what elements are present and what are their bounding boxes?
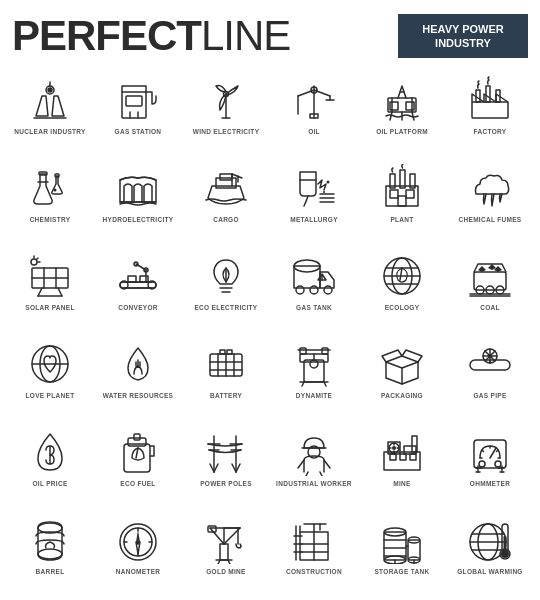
coal-label: COAL — [480, 304, 500, 312]
title-thin: LINE — [201, 12, 290, 59]
svg-rect-18 — [406, 102, 414, 110]
barrel-label: BARREL — [36, 568, 65, 576]
icon-cell-storage-tank: STORAGE TANK — [358, 508, 446, 596]
svg-rect-57 — [120, 282, 156, 288]
svg-point-159 — [479, 461, 485, 467]
svg-line-137 — [306, 472, 308, 476]
icon-cell-packaging: PACKAGING — [358, 332, 446, 420]
icon-cell-ecology: ECOLOGY — [358, 244, 446, 332]
wind-electricity-label: WIND ELECTRICITY — [193, 128, 260, 136]
nanometer-label: NANOMETER — [116, 568, 161, 576]
title-bold: PERFECT — [12, 12, 201, 59]
icon-cell-water: WATER RESOURCES — [94, 332, 182, 420]
icon-grid: NUCLEAR INDUSTRY GAS STATION — [0, 68, 540, 596]
svg-rect-20 — [476, 90, 480, 102]
icon-cell-metallurgy: METALLURGY — [270, 156, 358, 244]
svg-rect-149 — [390, 454, 396, 460]
icon-cell-ohmmeter: OHMMETER — [446, 420, 534, 508]
global-warming-label: GLOBAL WARMING — [457, 568, 522, 576]
icon-cell-oil: OIL — [270, 68, 358, 156]
svg-rect-105 — [300, 348, 306, 354]
battery-icon — [200, 338, 252, 390]
gold-mine-label: GOLD MINE — [206, 568, 246, 576]
dynamite-icon — [288, 338, 340, 390]
icon-cell-factory: FACTORY — [446, 68, 534, 156]
dynamite-label: DYNAMITE — [296, 392, 332, 400]
oil-label: OIL — [308, 128, 320, 136]
gas-station-icon — [112, 74, 164, 126]
svg-line-153 — [490, 448, 496, 458]
icon-cell-love-planet: LOVE PLANET — [6, 332, 94, 420]
svg-rect-120 — [128, 438, 146, 446]
svg-rect-100 — [304, 360, 324, 382]
chemical-fumes-label: CHEMICAL FUMES — [459, 216, 522, 224]
gold-mine-icon — [200, 514, 252, 566]
svg-line-182 — [210, 528, 224, 544]
ohmmeter-label: OHMMETER — [470, 480, 510, 488]
svg-point-35 — [323, 191, 325, 193]
coal-icon — [464, 250, 516, 302]
svg-line-138 — [320, 472, 322, 476]
svg-rect-29 — [220, 174, 232, 180]
icon-cell-industrial-worker: INDUSTRIAL WORKER — [270, 420, 358, 508]
conveyor-label: CONVEYOR — [118, 304, 158, 312]
gas-tank-label: GAS TANK — [296, 304, 332, 312]
header: PERFECTLINE HEAVY POWERINDUSTRY — [0, 0, 540, 68]
icon-cell-conveyor: CONVEYOR — [94, 244, 182, 332]
eco-electricity-icon — [200, 250, 252, 302]
svg-point-160 — [495, 461, 501, 467]
svg-rect-42 — [398, 196, 406, 206]
icon-cell-hydro: HYDROELECTRICITY — [94, 156, 182, 244]
global-warming-icon — [464, 514, 516, 566]
svg-rect-41 — [406, 190, 414, 198]
conveyor-icon — [112, 250, 164, 302]
packaging-icon — [376, 338, 428, 390]
svg-point-34 — [327, 181, 330, 184]
icon-cell-oil-price: OIL PRICE — [6, 420, 94, 508]
svg-point-171 — [136, 540, 140, 544]
svg-line-82 — [400, 268, 402, 280]
construction-icon — [288, 514, 340, 566]
industrial-worker-label: INDUSTRIAL WORKER — [276, 480, 352, 488]
svg-point-116 — [488, 354, 492, 358]
svg-rect-67 — [140, 276, 148, 282]
love-planet-icon — [24, 338, 76, 390]
icon-cell-eco-electricity: ECO ELECTRICITY — [182, 244, 270, 332]
mine-icon — [376, 426, 428, 478]
metallurgy-icon — [288, 162, 340, 214]
svg-line-13 — [390, 112, 392, 120]
svg-point-168 — [38, 549, 62, 559]
packaging-label: PACKAGING — [381, 392, 423, 400]
icon-cell-plant: PLANT — [358, 156, 446, 244]
power-poles-icon — [200, 426, 252, 478]
svg-rect-21 — [486, 86, 490, 102]
ohmmeter-icon — [464, 426, 516, 478]
water-resources-label: WATER RESOURCES — [103, 392, 173, 400]
svg-rect-141 — [404, 446, 416, 454]
cargo-icon — [200, 162, 252, 214]
icon-cell-battery: BATTERY — [182, 332, 270, 420]
svg-line-50 — [38, 288, 42, 296]
plant-icon — [376, 162, 428, 214]
svg-point-71 — [296, 286, 304, 294]
mine-label: MINE — [393, 480, 410, 488]
svg-rect-17 — [390, 102, 398, 110]
svg-point-73 — [324, 286, 332, 294]
svg-line-135 — [298, 460, 304, 468]
main-title: PERFECTLINE — [12, 15, 398, 57]
oil-icon — [288, 74, 340, 126]
plant-label: PLANT — [390, 216, 413, 224]
icon-cell-gas-pipe: GAS PIPE — [446, 332, 534, 420]
svg-line-136 — [324, 460, 330, 468]
icon-cell-gold-mine: GOLD MINE — [182, 508, 270, 596]
svg-point-143 — [392, 446, 396, 450]
hydroelectricity-icon — [112, 162, 164, 214]
svg-rect-66 — [128, 276, 136, 282]
icon-cell-cargo: CARGO — [182, 156, 270, 244]
wind-electricity-icon — [200, 74, 252, 126]
icon-cell-barrel: BARREL — [6, 508, 94, 596]
factory-label: FACTORY — [474, 128, 507, 136]
icon-cell-global-warming: GLOBAL WARMING — [446, 508, 534, 596]
ecology-icon — [376, 250, 428, 302]
svg-rect-3 — [126, 96, 142, 106]
